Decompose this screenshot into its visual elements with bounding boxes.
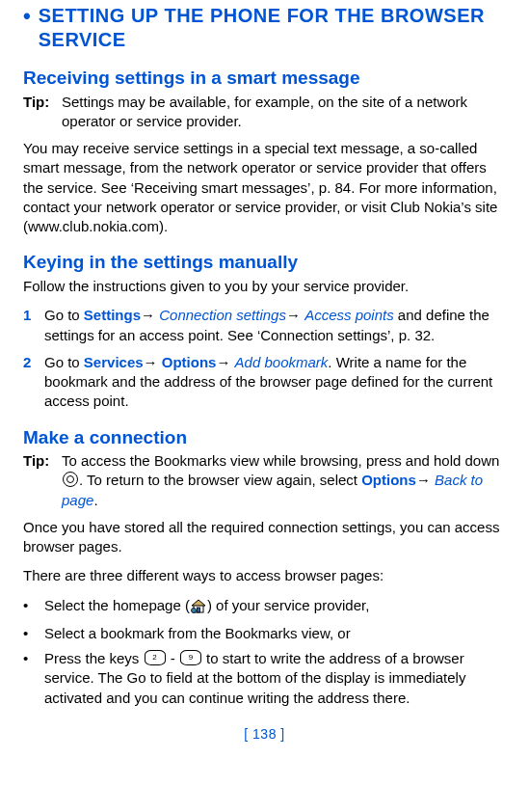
key-2-icon <box>145 650 166 665</box>
home-icon <box>191 599 206 618</box>
tip-label: Tip: <box>23 93 62 112</box>
page-title: SETTING UP THE PHONE FOR THE BROWSER SER… <box>39 4 506 52</box>
text: ) of your service provider, <box>207 597 369 613</box>
arrow-icon: → <box>216 354 230 370</box>
arrow-icon: → <box>141 307 155 323</box>
arrow-icon: → <box>144 354 158 370</box>
svg-marker-1 <box>192 600 205 606</box>
bullet-2: Select a bookmark from the Bookmarks vie… <box>44 624 506 643</box>
menu-access-points: Access points <box>304 307 394 323</box>
menu-add-bookmark: Add bookmark <box>235 354 329 370</box>
bullet-icon: • <box>23 649 44 668</box>
sec3-para1: Once you have stored all the required co… <box>23 518 506 557</box>
center-key-icon <box>63 472 78 487</box>
menu-options: Options <box>162 354 217 370</box>
bullet-3: Press the keys - to start to write the a… <box>44 649 506 708</box>
section-receiving-title: Receiving settings in a smart message <box>23 66 506 91</box>
text: Select the homepage ( <box>44 597 190 613</box>
key-9-icon <box>180 650 201 665</box>
text: Go to <box>44 307 84 323</box>
menu-connection-settings: Connection settings <box>159 307 286 323</box>
step-number-2: 2 <box>23 353 44 372</box>
section-make-connection-title: Make a connection <box>23 425 506 450</box>
step-2-body: Go to Services→ Options→ Add bookmark. W… <box>44 353 506 412</box>
page-number: [ 138 ] <box>23 725 506 744</box>
arrow-icon: → <box>286 307 301 323</box>
svg-rect-2 <box>197 608 199 612</box>
sec3-para2: There are three different ways to access… <box>23 566 506 585</box>
tip-label: Tip: <box>23 451 62 471</box>
text: Go to <box>44 354 84 370</box>
bullet-1: Select the homepage () of your service p… <box>44 596 506 618</box>
bullet-icon: • <box>23 624 44 643</box>
text: Press the keys <box>44 650 144 666</box>
bullet-icon: • <box>23 596 44 615</box>
text: To access the Bookmarks view while brows… <box>62 452 499 469</box>
arrow-icon: → <box>416 472 431 488</box>
text: . <box>93 492 97 508</box>
menu-options: Options <box>361 472 416 488</box>
tip-body: Settings may be available, for example, … <box>62 93 506 132</box>
section-keying-title: Keying in the settings manually <box>23 250 506 275</box>
text: - <box>167 650 179 666</box>
step-number-1: 1 <box>23 306 44 325</box>
text: . To return to the browser view again, s… <box>79 472 361 488</box>
menu-services: Services <box>84 354 144 370</box>
tip-body: To access the Bookmarks view while brows… <box>62 451 506 510</box>
sec2-intro: Follow the instructions given to you by … <box>23 277 506 296</box>
sec1-para: You may receive service settings in a sp… <box>23 139 506 236</box>
menu-settings: Settings <box>84 307 141 323</box>
step-1-body: Go to Settings→ Connection settings→ Acc… <box>44 306 506 345</box>
h1-bullet: • <box>23 4 31 29</box>
